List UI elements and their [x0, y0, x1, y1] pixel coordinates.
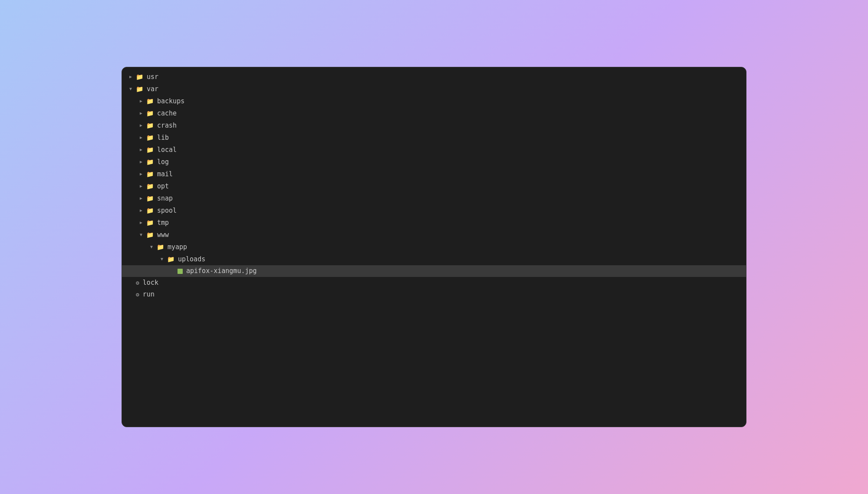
folder-icon — [157, 244, 164, 250]
folder-icon — [146, 98, 154, 104]
file-explorer-window: usrvarbackupscachecrashliblocallogmailop… — [122, 67, 746, 427]
tree-item-run[interactable]: ⚙run — [122, 289, 746, 300]
folder-icon — [146, 135, 154, 141]
item-label: apifox-xiangmu.jpg — [186, 268, 257, 274]
item-label: backups — [157, 98, 184, 105]
item-label: usr — [147, 74, 158, 80]
folder-icon — [146, 171, 154, 177]
chevron-icon[interactable] — [138, 134, 145, 141]
symlink-icon: ⚙ — [136, 280, 139, 286]
chevron-icon[interactable] — [138, 207, 145, 214]
chevron-icon[interactable] — [138, 219, 145, 226]
item-label: uploads — [178, 256, 205, 263]
chevron-icon[interactable] — [158, 256, 165, 263]
chevron-icon[interactable] — [138, 98, 145, 105]
tree-item-apifox-xiangmu.jpg[interactable]: apifox-xiangmu.jpg — [122, 265, 746, 277]
tree-item-lib[interactable]: lib — [122, 132, 746, 144]
symlink-icon: ⚙ — [136, 292, 139, 297]
tree-item-cache[interactable]: cache — [122, 107, 746, 119]
chevron-icon[interactable] — [127, 73, 134, 80]
item-label: lock — [143, 280, 158, 286]
tree-item-tmp[interactable]: tmp — [122, 217, 746, 229]
chevron-icon[interactable] — [138, 171, 145, 178]
item-label: opt — [157, 183, 169, 190]
item-label: www — [157, 232, 169, 238]
item-label: spool — [157, 207, 177, 214]
tree-item-spool[interactable]: spool — [122, 204, 746, 217]
item-label: lib — [157, 135, 169, 141]
chevron-icon[interactable] — [138, 195, 145, 202]
folder-icon — [136, 74, 143, 80]
tree-item-var[interactable]: var — [122, 83, 746, 95]
item-label: cache — [157, 110, 177, 117]
folder-icon — [146, 147, 154, 153]
tree-item-backups[interactable]: backups — [122, 95, 746, 107]
folder-icon — [146, 195, 154, 201]
item-label: mail — [157, 171, 173, 178]
tree-item-crash[interactable]: crash — [122, 119, 746, 132]
chevron-icon[interactable] — [138, 158, 145, 165]
item-label: crash — [157, 122, 177, 129]
chevron-icon[interactable] — [138, 183, 145, 190]
tree-item-usr[interactable]: usr — [122, 71, 746, 83]
chevron-icon[interactable] — [138, 146, 145, 153]
chevron-icon[interactable] — [138, 110, 145, 117]
chevron-icon[interactable] — [127, 86, 134, 92]
file-tree[interactable]: usrvarbackupscachecrashliblocallogmailop… — [122, 67, 746, 427]
tree-item-log[interactable]: log — [122, 156, 746, 168]
image-file-icon — [178, 269, 183, 274]
tree-item-myapp[interactable]: myapp — [122, 241, 746, 253]
tree-item-lock[interactable]: ⚙lock — [122, 277, 746, 289]
tree-item-snap[interactable]: snap — [122, 192, 746, 204]
folder-icon — [146, 220, 154, 226]
folder-icon — [146, 207, 154, 214]
item-label: log — [157, 159, 169, 165]
tree-item-local[interactable]: local — [122, 144, 746, 156]
item-label: local — [157, 147, 177, 153]
item-label: snap — [157, 195, 173, 202]
folder-icon — [146, 110, 154, 116]
folder-icon — [167, 256, 174, 262]
item-label: run — [143, 291, 155, 298]
folder-icon — [146, 232, 154, 238]
chevron-icon[interactable] — [138, 231, 145, 238]
folder-icon — [146, 183, 154, 189]
tree-item-uploads[interactable]: uploads — [122, 253, 746, 265]
chevron-icon[interactable] — [138, 122, 145, 129]
item-label: var — [147, 86, 158, 92]
folder-icon — [146, 122, 154, 128]
chevron-icon[interactable] — [148, 244, 155, 250]
tree-item-www[interactable]: www — [122, 229, 746, 241]
item-label: myapp — [168, 244, 187, 250]
folder-icon — [136, 86, 143, 92]
tree-item-opt[interactable]: opt — [122, 180, 746, 192]
item-label: tmp — [157, 220, 169, 226]
tree-item-mail[interactable]: mail — [122, 168, 746, 180]
folder-icon — [146, 159, 154, 165]
